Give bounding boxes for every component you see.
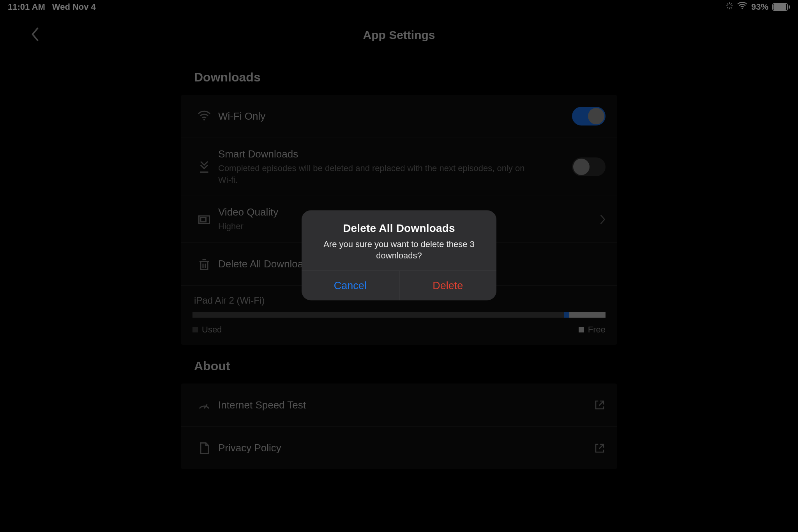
alert-message: Are you sure you want to delete these 3 … <box>312 238 486 261</box>
cancel-button[interactable]: Cancel <box>302 271 399 300</box>
delete-confirm-dialog: Delete All Downloads Are you sure you wa… <box>302 210 496 300</box>
alert-title: Delete All Downloads <box>312 222 486 234</box>
delete-button[interactable]: Delete <box>399 271 497 300</box>
